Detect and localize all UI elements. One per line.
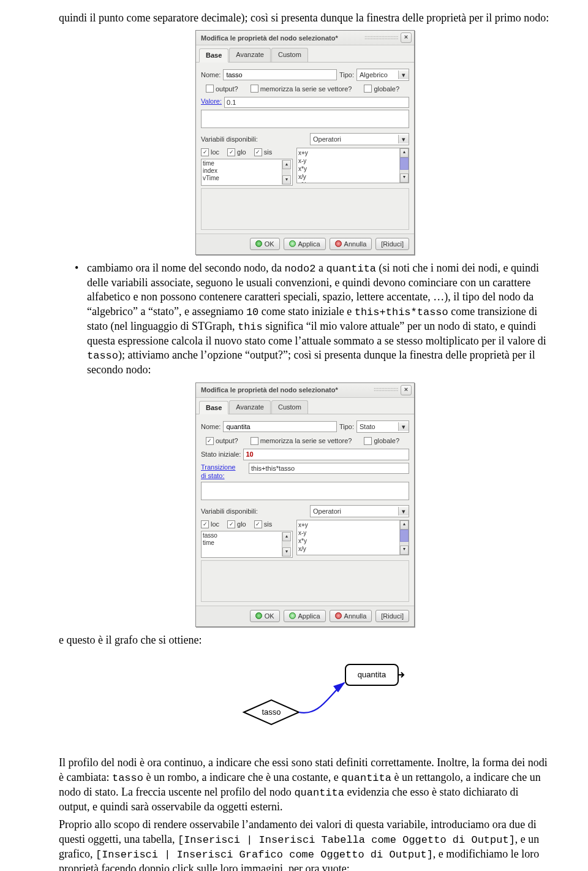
label-tipo: Tipo: bbox=[339, 422, 354, 431]
select-tipo[interactable]: Algebrico ▾ bbox=[356, 69, 409, 81]
list-item[interactable]: x-y bbox=[298, 529, 399, 537]
check-icon bbox=[289, 612, 296, 619]
list-item[interactable]: x+y bbox=[298, 521, 399, 529]
checkbox-glo[interactable]: ✓glo bbox=[227, 520, 246, 528]
label-stato-iniziale: Stato iniziale: bbox=[201, 450, 241, 458]
list-item[interactable]: vTime bbox=[203, 175, 282, 182]
select-operatori[interactable]: Operatori ▾ bbox=[310, 505, 409, 517]
close-icon[interactable]: × bbox=[401, 385, 412, 395]
riduci-button[interactable]: [Riduci] bbox=[375, 610, 409, 622]
ok-button[interactable]: OK bbox=[250, 238, 280, 250]
textarea-expression[interactable] bbox=[201, 482, 409, 500]
paragraph-insert-objects: Proprio allo scopo di rendere osservabil… bbox=[59, 818, 551, 871]
dialog-titlebar[interactable]: Modifica le proprietà del nodo seleziona… bbox=[196, 383, 414, 398]
scrollbar[interactable]: ▴▾ bbox=[282, 160, 291, 184]
list-item[interactable]: x-y bbox=[298, 157, 399, 165]
paragraph-profile: Il profilo del nodi è ora continuo, a in… bbox=[59, 756, 551, 814]
textarea-expression[interactable] bbox=[201, 110, 409, 128]
graph-node-tasso: tasso bbox=[262, 707, 281, 717]
label-tipo: Tipo: bbox=[339, 70, 354, 79]
chevron-down-icon[interactable]: ▾ bbox=[398, 422, 409, 431]
checkbox-memorizza[interactable]: memorizza la serie se vettore? bbox=[251, 436, 352, 445]
label-nome: Nome: bbox=[201, 422, 221, 431]
scrollbar[interactable]: ▴▾ bbox=[282, 532, 291, 557]
dialog-titlebar[interactable]: Modifica le proprietà del nodo seleziona… bbox=[196, 31, 414, 45]
label-variabili: Variabili disponibili: bbox=[201, 135, 258, 143]
riduci-button[interactable]: [Riduci] bbox=[375, 238, 409, 250]
paragraph-graph-caption: e questo è il grafo che si ottiene: bbox=[59, 633, 551, 647]
tab-custom[interactable]: Custom bbox=[271, 48, 308, 61]
annulla-button[interactable]: Annulla bbox=[330, 610, 372, 622]
dialog-node-properties-1: Modifica le proprietà del nodo seleziona… bbox=[195, 30, 415, 254]
input-stato-iniziale[interactable]: 10 bbox=[243, 449, 409, 460]
label-valore[interactable]: Valore: bbox=[201, 97, 222, 105]
cancel-icon bbox=[335, 612, 342, 619]
checkbox-loc[interactable]: ✓loc bbox=[201, 520, 219, 528]
scrollbar[interactable]: ▴▾ bbox=[399, 520, 409, 555]
check-icon bbox=[255, 240, 262, 247]
listbox-variables[interactable]: tasso time ▴▾ bbox=[201, 531, 293, 558]
close-icon[interactable]: × bbox=[401, 32, 412, 43]
scrollbar[interactable]: ▴▾ bbox=[399, 148, 409, 183]
input-nome[interactable] bbox=[223, 421, 337, 432]
help-area bbox=[201, 560, 409, 602]
paragraph-intro: quindi il punto come separatore decimale… bbox=[59, 11, 551, 25]
tab-avanzate[interactable]: Avanzate bbox=[229, 48, 271, 61]
checkbox-memorizza[interactable]: memorizza la serie se vettore? bbox=[251, 85, 352, 93]
dialog-title-text: Modifica le proprietà del nodo seleziona… bbox=[201, 386, 371, 394]
check-icon bbox=[289, 240, 296, 247]
tabs: Base Avanzate Custom bbox=[196, 45, 414, 62]
annulla-button[interactable]: Annulla bbox=[330, 238, 372, 250]
chevron-down-icon[interactable]: ▾ bbox=[398, 135, 409, 143]
label-nome: Nome: bbox=[201, 70, 221, 79]
cancel-icon bbox=[335, 240, 342, 247]
list-item[interactable]: x+y bbox=[298, 149, 399, 157]
input-valore[interactable]: 0.1 bbox=[224, 97, 409, 108]
checkbox-sis[interactable]: ✓sis bbox=[254, 148, 272, 156]
list-item[interactable]: index bbox=[203, 167, 282, 175]
paragraph-second-node: cambiamo ora il nome del secondo nodo, d… bbox=[87, 261, 551, 378]
list-item[interactable]: x/y bbox=[298, 173, 399, 181]
select-tipo[interactable]: Stato ▾ bbox=[356, 420, 409, 433]
checkbox-globale[interactable]: globale? bbox=[364, 85, 399, 93]
listbox-variables[interactable]: time index vTime ▴▾ bbox=[201, 159, 293, 186]
listbox-operators[interactable]: x+y x-y x*y x/y ▴▾ bbox=[296, 520, 409, 555]
input-transizione[interactable]: this+this*tasso bbox=[249, 463, 409, 474]
list-item[interactable]: x*y bbox=[298, 165, 399, 173]
list-item[interactable]: time bbox=[203, 160, 282, 167]
tab-base[interactable]: Base bbox=[199, 401, 228, 414]
ok-button[interactable]: OK bbox=[250, 610, 280, 622]
checkbox-output[interactable]: ✓output? bbox=[206, 436, 238, 445]
chevron-down-icon[interactable]: ▾ bbox=[398, 507, 409, 515]
checkbox-output[interactable]: output? bbox=[206, 85, 238, 93]
list-item[interactable]: x/y bbox=[298, 545, 399, 553]
help-area bbox=[201, 188, 409, 230]
check-icon bbox=[255, 612, 262, 619]
list-item[interactable]: x%y bbox=[298, 181, 399, 183]
list-item[interactable]: time bbox=[203, 539, 282, 547]
tab-custom[interactable]: Custom bbox=[271, 400, 308, 414]
label-transizione[interactable]: Transizione di stato: bbox=[201, 463, 246, 481]
dialog-node-properties-2: Modifica le proprietà del nodo seleziona… bbox=[195, 382, 415, 627]
graph-node-quantita: quantita bbox=[358, 670, 386, 679]
dialog-title-text: Modifica le proprietà del nodo seleziona… bbox=[201, 34, 362, 42]
checkbox-sis[interactable]: ✓sis bbox=[254, 520, 272, 528]
tab-avanzate[interactable]: Avanzate bbox=[229, 400, 271, 414]
checkbox-glo[interactable]: ✓glo bbox=[227, 148, 246, 156]
chevron-down-icon[interactable]: ▾ bbox=[398, 70, 409, 79]
applica-button[interactable]: Applica bbox=[284, 238, 326, 250]
bullet-icon: • bbox=[75, 261, 87, 378]
list-item[interactable]: x*y bbox=[298, 537, 399, 545]
list-item[interactable]: tasso bbox=[203, 532, 282, 539]
tab-base[interactable]: Base bbox=[199, 48, 228, 62]
checkbox-globale[interactable]: globale? bbox=[364, 436, 399, 445]
listbox-operators[interactable]: x+y x-y x*y x/y x%y ▴▾ bbox=[296, 148, 409, 183]
graph-figure: tasso quantita bbox=[201, 657, 409, 740]
checkbox-loc[interactable]: ✓loc bbox=[201, 148, 219, 156]
input-nome[interactable] bbox=[223, 69, 337, 80]
label-variabili: Variabili disponibili: bbox=[201, 507, 258, 515]
applica-button[interactable]: Applica bbox=[284, 610, 326, 622]
select-operatori[interactable]: Operatori ▾ bbox=[310, 133, 409, 145]
